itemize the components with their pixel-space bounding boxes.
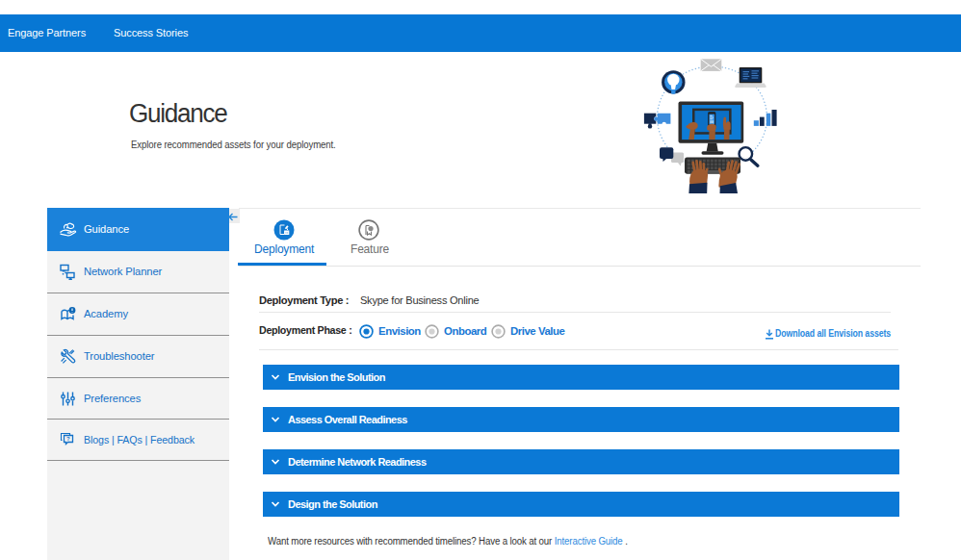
- svg-text:?: ?: [66, 436, 70, 442]
